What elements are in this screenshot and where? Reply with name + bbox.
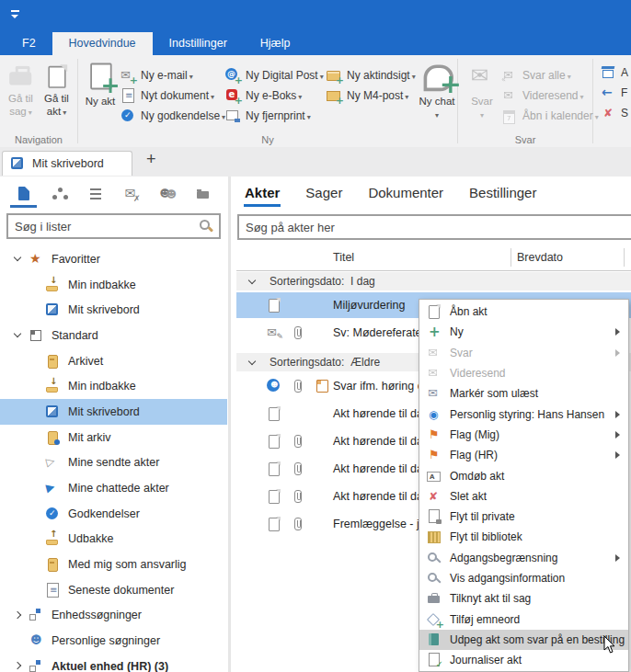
ribbon-button[interactable]: Ny M4-post xyxy=(327,85,414,106)
orange-doc-icon xyxy=(315,379,329,393)
context-menu-item[interactable]: Tilføj emneord xyxy=(419,609,628,629)
context-menu-item[interactable]: Ny xyxy=(419,322,628,342)
context-menu-item[interactable]: Markér som ulæst xyxy=(419,383,628,404)
tree-item[interactable]: Standard xyxy=(0,323,227,348)
chevron-down-icon[interactable] xyxy=(247,277,258,287)
ribbon-tab[interactable]: F2 xyxy=(6,32,52,55)
ribbon-button-label: A xyxy=(621,66,628,79)
dropdown-caret-icon xyxy=(27,106,32,117)
ribbon-button[interactable]: S xyxy=(602,106,631,120)
context-menu-item[interactable]: Vis adgangsinformation xyxy=(419,568,628,588)
document-icon xyxy=(267,489,281,504)
list-tab[interactable]: Bestillinger xyxy=(468,179,537,207)
tree-item[interactable]: Udbakke xyxy=(0,527,227,552)
context-menu-item[interactable]: Flyt til bibliotek xyxy=(419,527,628,547)
ribbon-button[interactable]: Nyt dokument xyxy=(120,85,224,106)
view-button[interactable] xyxy=(149,182,185,206)
column-header-brevdato[interactable]: Brevdato xyxy=(517,251,563,264)
ribbon-button[interactable]: Svar alle xyxy=(502,65,591,85)
view-button[interactable] xyxy=(77,182,113,206)
new-tab-button[interactable]: + xyxy=(138,150,165,169)
context-menu-item-label: Personlig styring: Hans Hansen xyxy=(450,408,604,421)
ribbon-tab[interactable]: Indstillinger xyxy=(153,32,244,55)
tree-item[interactable]: Favoritter xyxy=(0,246,227,272)
context-menu-item[interactable]: Udpeg akt som svar på en bestilling xyxy=(419,630,628,650)
desktop-icon xyxy=(45,302,60,317)
ribbon-tab-bar: F2 Hovedvindue Indstillinger Hjælp xyxy=(0,32,631,55)
context-menu-item[interactable]: Videresend xyxy=(419,363,628,383)
tree-item-label: Standard xyxy=(52,329,98,342)
ribbon-button[interactable]: Ny aktindsigt xyxy=(327,65,414,85)
tree-item[interactable]: Med mig som ansvarlig xyxy=(0,552,227,577)
context-menu-item[interactable]: Personlig styring: Hans Hansen xyxy=(419,404,628,424)
context-menu-item[interactable]: Slet akt xyxy=(419,486,628,507)
ribbon-tab[interactable]: Hovedvindue xyxy=(52,32,153,55)
ribbon-tab[interactable]: Hjælp xyxy=(244,32,307,55)
journal-check-icon xyxy=(427,653,442,667)
chevron-icon[interactable] xyxy=(13,254,23,264)
context-menu-item[interactable]: Tilknyt akt til sag xyxy=(419,588,628,609)
ribbon-button[interactable]: Gå til akt xyxy=(39,59,75,119)
ribbon-button[interactable]: Gå til sag xyxy=(3,59,39,119)
list-tab[interactable]: Akter xyxy=(244,179,281,207)
tree-item[interactable]: Mit skrivebord xyxy=(0,399,227,425)
tree-item[interactable]: Seneste dokumenter xyxy=(0,577,227,603)
context-menu-item-label: Videresend xyxy=(450,367,506,380)
chevron-icon[interactable] xyxy=(13,661,23,671)
tree-item[interactable]: Arkivet xyxy=(0,348,227,374)
documents-view-icon xyxy=(17,187,31,201)
tree-item[interactable]: Personlige søgninger xyxy=(0,628,227,654)
search-icon[interactable] xyxy=(199,219,213,233)
list-tab[interactable]: Sager xyxy=(304,179,343,207)
view-button[interactable] xyxy=(185,182,221,206)
tree-item[interactable]: Min indbakke xyxy=(0,272,227,298)
ribbon-group-label: Navigation xyxy=(0,134,77,145)
context-menu-item[interactable]: Åbn akt xyxy=(419,302,628,322)
search-lists-input[interactable] xyxy=(8,220,199,233)
view-button[interactable] xyxy=(113,182,149,206)
context-menu-item[interactable]: Flag (HR) xyxy=(419,445,628,465)
document-icon xyxy=(267,517,281,531)
ribbon-button[interactable]: Åbn i kalender xyxy=(502,106,591,126)
tree-item[interactable]: Mit arkiv xyxy=(0,425,227,450)
context-menu-item[interactable]: Journaliser akt xyxy=(419,650,628,670)
workspace-tab-mit-skrivebord[interactable]: Mit skrivebord xyxy=(2,151,132,176)
context-menu-item[interactable]: Flag (Mig) xyxy=(419,425,628,445)
ribbon-button[interactable]: Ny e-Boks xyxy=(225,85,323,106)
tree-item[interactable]: Godkendelser xyxy=(0,501,227,527)
chevron-icon[interactable] xyxy=(13,610,23,621)
document-icon xyxy=(267,461,281,476)
context-menu-item-label: Tilføj emneord xyxy=(450,613,520,626)
ribbon-button[interactable]: Ny Digital Post xyxy=(225,65,323,85)
view-button[interactable] xyxy=(41,182,77,206)
dropdown-caret-icon xyxy=(579,89,584,102)
chevron-down-icon[interactable] xyxy=(247,358,258,368)
context-menu-item[interactable]: Omdøb akt xyxy=(419,465,628,485)
customize-quick-access-icon[interactable] xyxy=(8,7,23,22)
ribbon-button[interactable]: Ny fjernprint xyxy=(225,106,323,126)
tree-item[interactable]: Min indbakke xyxy=(0,373,227,399)
view-button[interactable] xyxy=(6,182,41,206)
ribbon-button[interactable]: A xyxy=(602,65,631,80)
tree-item[interactable]: Enhedssøgninger xyxy=(0,603,227,629)
context-menu-item[interactable]: Svar xyxy=(419,343,628,363)
distribution-view-icon xyxy=(52,187,67,201)
splitter[interactable] xyxy=(228,177,231,672)
ribbon-button[interactable]: F xyxy=(602,85,631,100)
list-tab[interactable]: Dokumenter xyxy=(367,179,444,207)
context-menu-item[interactable]: Adgangsbegrænsning xyxy=(419,548,628,568)
tree-item[interactable]: Aktuel enhed (HR) (3) xyxy=(0,654,227,672)
chevron-icon[interactable] xyxy=(13,330,23,340)
tree-item[interactable]: Mine sendte akter xyxy=(0,450,227,476)
tree-item[interactable]: Mine chattede akter xyxy=(0,475,227,501)
context-menu-item[interactable]: Flyt til private xyxy=(419,507,628,527)
search-akter-input[interactable] xyxy=(239,221,631,234)
table-row[interactable]: Sorteringsdato: I dag xyxy=(236,272,631,290)
reply-all-icon xyxy=(502,68,517,83)
ribbon-button[interactable]: Ny godkendelse xyxy=(120,106,224,126)
ribbon-button[interactable]: Ny e-mail xyxy=(120,65,224,85)
column-header-titel[interactable]: Titel xyxy=(333,251,354,264)
ribbon-button[interactable]: Videresend xyxy=(502,85,591,106)
tree-item[interactable]: Mit skrivebord xyxy=(0,297,227,323)
archive-icon xyxy=(45,354,60,369)
